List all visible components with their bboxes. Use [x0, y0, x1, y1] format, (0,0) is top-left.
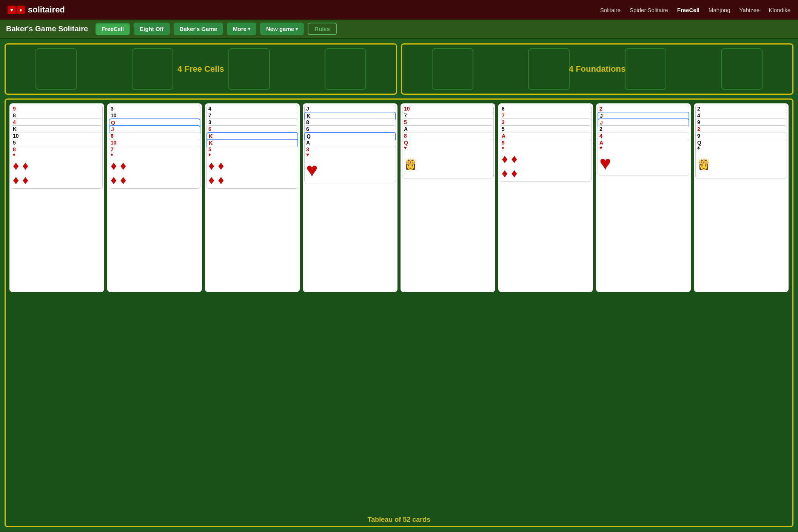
card-rank: 3: [111, 106, 114, 111]
logo-text: solitaired: [28, 5, 65, 15]
foundation-4[interactable]: [721, 48, 763, 90]
tableau-column-3: 4♠7♣3♠6♥K♦K♥5♦♦ ♦ ♦ ♦: [205, 103, 300, 292]
card-rank: 3: [208, 120, 211, 125]
card-rank: 4: [599, 133, 602, 138]
nav-solitaire[interactable]: Solitaire: [600, 7, 621, 13]
card-rank: A: [404, 126, 408, 132]
table-row[interactable]: Q♥👸: [402, 139, 494, 178]
tableau-column-5: 10♥7♠5♥A♣8♥Q♥👸: [401, 103, 495, 292]
card-rank: K: [13, 126, 17, 132]
eightoff-tab-btn[interactable]: Eight Off: [134, 23, 169, 35]
table-row[interactable]: 7♦♦ ♦ ♦ ♦: [109, 146, 200, 189]
card-rank: 4: [208, 106, 211, 111]
card-suit: ♦: [208, 152, 211, 157]
card-rank: 9: [13, 106, 16, 111]
card-rank: 6: [208, 126, 211, 132]
card-rank: 2: [697, 106, 700, 111]
card-big-suit: ♦ ♦ ♦ ♦: [13, 158, 29, 188]
card-suit: ♥: [599, 145, 602, 150]
card-rank: 5: [208, 147, 211, 152]
top-navigation: ♥ ♦ solitaired Solitaire Spider Solitair…: [0, 0, 798, 20]
card-rank: 4: [13, 120, 16, 125]
tableau-column-1: 9♥8♠4♥K♣10♣5♠8♦♦ ♦ ♦ ♦: [9, 103, 104, 292]
card-rank: 2: [599, 126, 602, 132]
card-rank: Q: [697, 140, 701, 145]
card-rank: 2: [697, 126, 700, 132]
card-suit: ♦: [502, 145, 504, 150]
card-rank: 5: [13, 140, 16, 145]
tableau-column-7: 2♦J♠J♦2♠4♦A♥♥: [596, 103, 691, 292]
card-rank: 8: [13, 147, 16, 152]
card-rank: 7: [111, 147, 114, 152]
card-suit: ♥: [404, 145, 407, 150]
card-rank: A: [599, 140, 603, 145]
card-rank: 10: [13, 133, 19, 138]
card-rank: K: [307, 113, 310, 118]
nav-klondike[interactable]: Klondike: [769, 7, 790, 13]
nav-freecell[interactable]: FreeCell: [677, 7, 699, 13]
foundation-2[interactable]: [528, 48, 570, 90]
card-rank: 6: [306, 126, 309, 132]
face-card-art: 👸: [697, 151, 710, 177]
free-cell-3[interactable]: [228, 48, 270, 90]
table-row[interactable]: 9♦♦ ♦ ♦ ♦: [500, 139, 592, 182]
foundation-1[interactable]: [432, 48, 473, 90]
free-cells-label: 4 Free Cells: [177, 64, 224, 74]
nav-mahjong[interactable]: Mahjong: [709, 7, 730, 13]
foundation-3[interactable]: [625, 48, 666, 90]
card-big-suit: ♦ ♦ ♦ ♦: [208, 158, 224, 188]
card-rank: Q: [404, 140, 408, 145]
card-rank: 5: [404, 120, 407, 125]
table-row[interactable]: 5♦♦ ♦ ♦ ♦: [206, 146, 298, 189]
free-cell-4[interactable]: [325, 48, 366, 90]
nav-yahtzee[interactable]: Yahtzee: [739, 7, 760, 13]
table-row[interactable]: 3♥♥: [304, 146, 396, 182]
card-rank: 7: [404, 113, 407, 118]
table-row[interactable]: 8♦♦ ♦ ♦ ♦: [11, 146, 103, 189]
card-rank: 2: [599, 106, 602, 111]
card-rank: J: [306, 106, 309, 111]
card-rank: 3: [306, 147, 309, 152]
more-dropdown-btn[interactable]: More: [227, 23, 256, 35]
card-rank: 6: [502, 106, 505, 111]
card-rank: 8: [306, 120, 309, 125]
rules-btn[interactable]: Rules: [308, 23, 337, 35]
card-rank: J: [600, 120, 603, 125]
logo-card-right: ♦: [17, 6, 25, 14]
face-card-art: 👸: [404, 151, 417, 177]
card-big-suit: ♥: [599, 152, 611, 174]
card-rank: 10: [111, 140, 117, 145]
game-title: Baker's Game Solitaire: [6, 25, 88, 33]
card-suit: ♦: [13, 152, 15, 157]
freecell-tab-btn[interactable]: FreeCell: [96, 23, 130, 35]
top-row: 4 Free Cells 4 Foundations: [5, 43, 793, 95]
card-rank: K: [209, 140, 213, 146]
table-row[interactable]: Q♠👸: [695, 139, 787, 178]
free-cell-2[interactable]: [132, 48, 173, 90]
card-rank: 5: [502, 126, 505, 132]
newgame-dropdown-btn[interactable]: New game: [260, 23, 304, 35]
card-rank: 8: [13, 113, 16, 118]
game-area: 4 Free Cells 4 Foundations 9♥8♠4♥K♣10♣5♠…: [0, 39, 798, 532]
table-row[interactable]: A♥♥: [598, 139, 689, 175]
tableau-column-2: 3♣10♠Q♦J♥6♥10♦7♦♦ ♦ ♦ ♦: [107, 103, 202, 292]
tableau-zone: 9♥8♠4♥K♣10♣5♠8♦♦ ♦ ♦ ♦3♣10♠Q♦J♥6♥10♦7♦♦ …: [5, 98, 793, 527]
card-suit: ♥: [306, 152, 309, 157]
foundations-zone: 4 Foundations: [401, 43, 793, 95]
card-rank: J: [111, 127, 114, 132]
card-rank: Q: [111, 120, 115, 125]
tableau-label: Tableau of 52 cards: [368, 516, 431, 524]
free-cell-1[interactable]: [35, 48, 77, 90]
tableau-column-8: 2♣4♣9♠2♥9♣Q♠👸: [694, 103, 789, 292]
card-rank: 10: [111, 113, 117, 118]
foundations-label: 4 Foundations: [569, 64, 625, 74]
nav-spider[interactable]: Spider Solitaire: [630, 7, 668, 13]
main-nav: Solitaire Spider Solitaire FreeCell Mahj…: [600, 7, 790, 13]
tableau-column-6: 6♣7♥3♦5♣A♦9♦♦ ♦ ♦ ♦: [498, 103, 593, 292]
tableau-column-4: J♣K♠8♣6♠Q♣A♠3♥♥: [303, 103, 397, 292]
card-rank: K: [209, 134, 213, 139]
tableau-columns: 9♥8♠4♥K♣10♣5♠8♦♦ ♦ ♦ ♦3♣10♠Q♦J♥6♥10♦7♦♦ …: [9, 103, 789, 292]
bakersgame-tab-btn[interactable]: Baker's Game: [174, 23, 223, 35]
card-rank: J: [600, 113, 603, 118]
card-big-suit: ♦ ♦ ♦ ♦: [502, 152, 518, 181]
